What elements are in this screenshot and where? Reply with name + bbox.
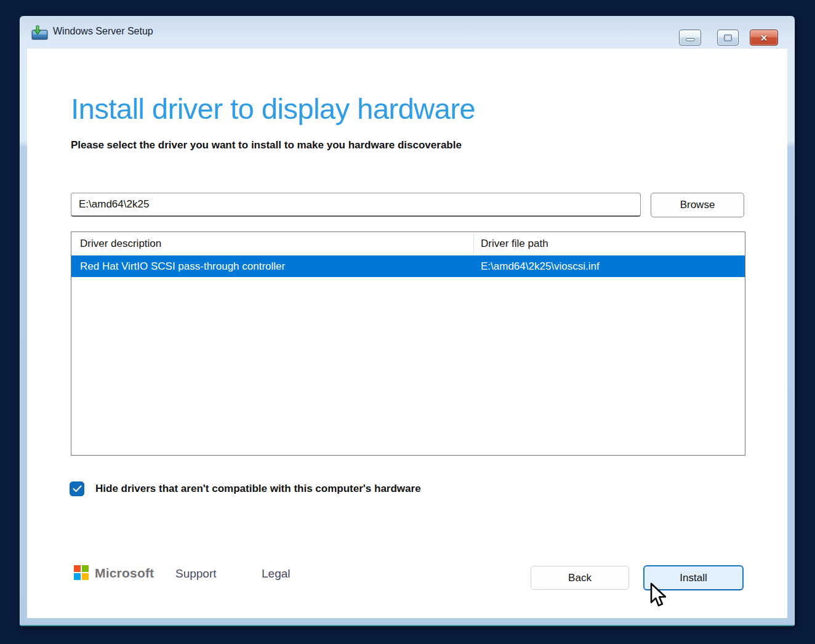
maximize-icon (724, 34, 732, 41)
driver-list-header: Driver description Driver file path (71, 232, 745, 256)
page-title: Install driver to display hardware (71, 92, 475, 126)
checkmark-icon (73, 485, 82, 493)
hide-incompatible-checkbox[interactable] (70, 481, 84, 496)
hide-incompatible-label: Hide drivers that aren't compatible with… (95, 483, 421, 495)
ms-logo-square-green (82, 565, 89, 572)
support-link[interactable]: Support (175, 567, 217, 581)
setup-window: Windows Server Setup ✕ Install driver to… (19, 15, 795, 626)
driver-install-icon (31, 25, 48, 40)
ms-logo-square-yellow (82, 573, 89, 580)
minimize-icon (686, 38, 695, 41)
ms-logo-square-blue (74, 573, 81, 580)
driver-path-input[interactable] (71, 193, 641, 217)
microsoft-logo-icon (74, 565, 89, 581)
close-icon: ✕ (760, 33, 768, 42)
close-button[interactable]: ✕ (750, 30, 778, 46)
ms-logo-square-red (74, 565, 81, 572)
back-button-label: Back (568, 572, 592, 584)
browse-button[interactable]: Browse (651, 193, 744, 217)
maximize-button[interactable] (717, 30, 739, 46)
install-button-label: Install (680, 572, 707, 584)
driver-description-cell: Red Hat VirtIO SCSI pass-through control… (71, 260, 473, 273)
hide-incompatible-option: Hide drivers that aren't compatible with… (70, 481, 421, 496)
column-header-description[interactable]: Driver description (71, 232, 473, 255)
driver-file-path-cell: E:\amd64\2k25\vioscsi.inf (473, 260, 745, 273)
column-header-file-path[interactable]: Driver file path (473, 232, 745, 255)
install-button[interactable]: Install (643, 565, 744, 590)
title-bar: Windows Server Setup ✕ (20, 16, 795, 49)
client-area: Install driver to display hardware Pleas… (27, 49, 787, 618)
window-title: Windows Server Setup (53, 26, 153, 37)
driver-row-selected[interactable]: Red Hat VirtIO SCSI pass-through control… (71, 256, 745, 277)
legal-link[interactable]: Legal (262, 567, 291, 581)
driver-list: Driver description Driver file path Red … (71, 231, 745, 456)
back-button[interactable]: Back (531, 566, 629, 590)
page-subtitle: Please select the driver you want to ins… (71, 139, 462, 151)
microsoft-wordmark: Microsoft (95, 566, 154, 581)
minimize-button[interactable] (679, 30, 701, 46)
column-separator[interactable] (473, 233, 474, 254)
browse-button-label: Browse (680, 199, 715, 211)
desktop: { "window": { "title": "Windows Server S… (0, 0, 815, 644)
